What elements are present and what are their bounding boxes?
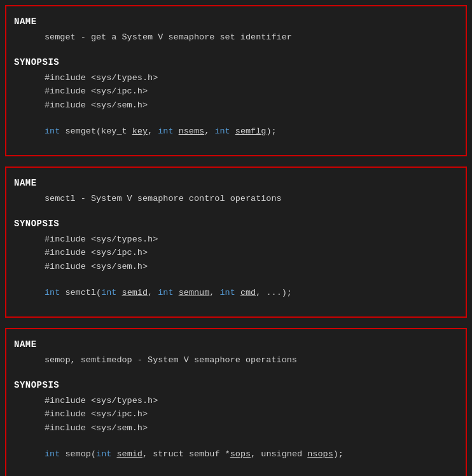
semctl-param-semid: semid [122, 288, 148, 297]
semget-param-sep1: , [148, 126, 158, 136]
semctl-param-semnum: semnum [179, 288, 210, 297]
semop-param-semid: semid [116, 449, 142, 459]
semctl-prototype: int semctl(int semid, int semnum, int cm… [14, 286, 458, 300]
semctl-call: semctl( [60, 288, 101, 297]
semctl-param-int0: int [101, 288, 116, 297]
semop-param-sops: sops [230, 449, 251, 459]
semctl-param-end: , ...); [256, 288, 292, 297]
semctl-param-sp0 [116, 288, 121, 297]
semctl-return-type: int [45, 288, 60, 297]
semget-name-text: semget - get a System V semaphore set id… [14, 31, 458, 44]
semop-param-end: ); [333, 449, 344, 459]
semget-param-int2: int [214, 126, 230, 136]
semop-param-sep1: , struct sembuf * [142, 449, 230, 459]
semop-param-int0: int [96, 449, 111, 459]
semop-param-nsops: nsops [307, 449, 333, 459]
semget-name-label: NAME [14, 17, 458, 27]
semget-param-sep2: , [204, 126, 214, 136]
semget-param-sp2 [230, 126, 235, 136]
semget-call: semget(key_t [60, 126, 132, 136]
semget-includes: #include <sys/types.h> #include <sys/ipc… [14, 71, 458, 112]
semctl-name-text: semctl - System V semaphore control oper… [14, 192, 458, 206]
semop-prototype: int semop(int semid, struct sembuf *sops… [14, 447, 458, 461]
semop-section: NAME semop, semtimedop - System V semaph… [5, 328, 467, 476]
semop-call: semop( [60, 449, 96, 459]
semop-return-type: int [45, 449, 60, 459]
semget-prototype: int semget(key_t key, int nsems, int sem… [14, 125, 458, 139]
semop-synopsis-label: SYNOPSIS [14, 380, 458, 390]
semget-param-key: key [132, 126, 148, 136]
page-container: NAME semget - get a System V semaphore s… [0, 0, 472, 476]
semctl-param-int1: int [158, 288, 173, 297]
semget-param-semflg: semflg [235, 126, 267, 136]
semctl-section: NAME semctl - System V semaphore control… [5, 167, 467, 318]
semctl-name-label: NAME [14, 178, 458, 188]
semget-synopsis-label: SYNOPSIS [14, 57, 458, 67]
semctl-param-cmd: cmd [240, 288, 256, 297]
semop-name-text: semop, semtimedop - System V semaphore o… [14, 353, 458, 367]
semop-param-sep2: , unsigned [251, 449, 307, 459]
semget-param-sp1 [174, 126, 179, 136]
semget-return-type: int [45, 126, 60, 136]
semget-param-end: ); [266, 126, 276, 136]
semctl-param-sp1 [174, 288, 179, 297]
semop-includes: #include <sys/types.h> #include <sys/ipc… [14, 394, 458, 435]
semctl-param-sep2: , [209, 288, 219, 297]
semctl-includes: #include <sys/types.h> #include <sys/ipc… [14, 233, 458, 274]
semctl-param-sp2 [235, 288, 240, 297]
semget-param-int1: int [158, 126, 173, 136]
semctl-synopsis-label: SYNOPSIS [14, 219, 458, 229]
semget-param-nsems: nsems [179, 126, 205, 136]
semget-section: NAME semget - get a System V semaphore s… [5, 5, 467, 156]
semop-name-label: NAME [14, 339, 458, 350]
semctl-param-int2: int [220, 288, 235, 297]
semctl-param-sep1: , [148, 288, 158, 297]
